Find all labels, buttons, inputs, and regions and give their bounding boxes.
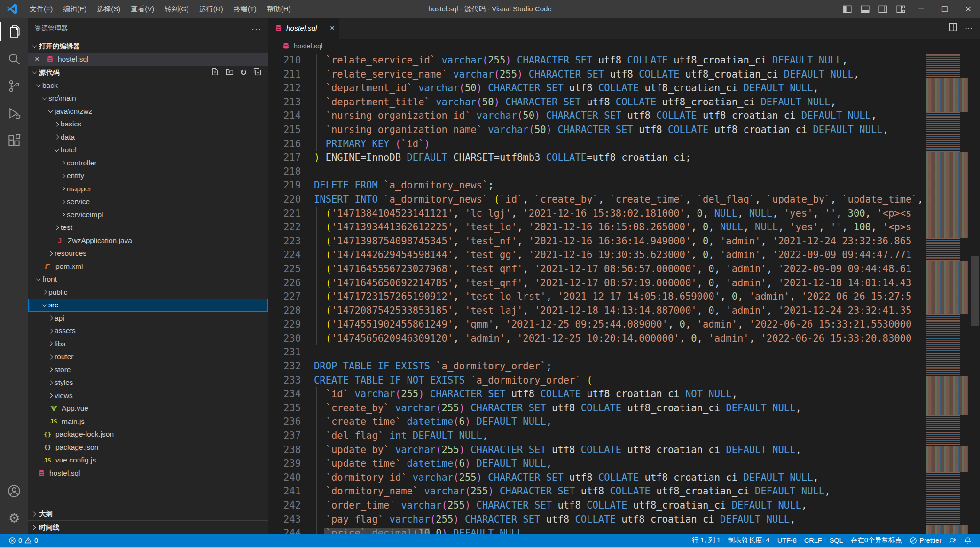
- code-line-211[interactable]: 211 `relate_service_name` varchar(255) C…: [268, 68, 926, 82]
- code-line-210[interactable]: 210 `relate_service_id` varchar(255) CHA…: [268, 54, 926, 68]
- menu-item-6[interactable]: 终端(T): [228, 0, 262, 18]
- code-editor[interactable]: 210 `relate_service_id` varchar(255) CHA…: [268, 54, 980, 534]
- tree-item-api[interactable]: api: [28, 312, 268, 325]
- menu-item-3[interactable]: 查看(V): [125, 0, 159, 18]
- code-line-237[interactable]: 237 `del_flag` int DEFAULT NULL,: [268, 429, 926, 443]
- code-line-223[interactable]: 223 ('1471398754098745345', 'test_nf', '…: [268, 235, 926, 249]
- maximize-button[interactable]: ☐: [933, 0, 956, 18]
- code-line-213[interactable]: 213 `department_title` varchar(50) CHARA…: [268, 95, 926, 110]
- source-section-header[interactable]: 源代码 ↻: [28, 66, 268, 79]
- tree-item-public[interactable]: public: [28, 286, 268, 299]
- open-editors-section[interactable]: 打开的编辑器: [28, 39, 268, 53]
- tree-item-pom-xml[interactable]: pom.xml: [28, 260, 268, 273]
- tree-item-main-js[interactable]: JSmain.js: [28, 415, 268, 428]
- code-line-227[interactable]: 227 ('1471723157265190912', 'test_lo_lrs…: [268, 290, 926, 304]
- tree-item-vue-config-js[interactable]: JSvue.config.js: [28, 454, 268, 467]
- editor-more-actions-icon[interactable]: ···: [965, 24, 972, 32]
- tree-item-data[interactable]: data: [28, 131, 268, 144]
- code-line-215[interactable]: 215 `nursing_organization_name` varchar(…: [268, 123, 926, 137]
- code-line-219[interactable]: 219DELETE FROM `a_dormitory_news`;: [268, 179, 926, 193]
- code-line-221[interactable]: 221 ('1471384104523141121', 'lc_lgj', '2…: [268, 207, 926, 221]
- account-icon[interactable]: [0, 478, 28, 505]
- menu-item-0[interactable]: 文件(F): [24, 0, 58, 18]
- minimize-button[interactable]: ─: [909, 0, 933, 18]
- status-feedback[interactable]: [945, 534, 960, 547]
- code-line-239[interactable]: 239 `update_time` datetime(6) DEFAULT NU…: [268, 457, 926, 471]
- toggle-panel-icon[interactable]: [856, 0, 874, 18]
- menu-item-5[interactable]: 运行(R): [194, 0, 228, 18]
- tree-item-package-json[interactable]: {}package.json: [28, 441, 268, 454]
- code-line-226[interactable]: 226 ('1471645650692214785', 'test_qnf', …: [268, 276, 926, 290]
- horizontal-scrollbar[interactable]: [324, 528, 430, 534]
- code-line-241[interactable]: 241 `dormitory_name` varchar(255) CHARAC…: [268, 485, 926, 499]
- tree-item-java-cn-zwz[interactable]: java\cn\zwz: [28, 105, 268, 118]
- code-line-218[interactable]: 218: [268, 165, 926, 179]
- search-icon[interactable]: [0, 45, 28, 72]
- code-line-212[interactable]: 212 `department_id` varchar(50) CHARACTE…: [268, 81, 926, 95]
- vertical-scrollbar[interactable]: [970, 54, 980, 534]
- code-line-236[interactable]: 236 `create_time` datetime(6) DEFAULT NU…: [268, 415, 926, 429]
- tree-item-resources[interactable]: resources: [28, 247, 268, 260]
- tree-item-controller[interactable]: controller: [28, 157, 268, 170]
- code-line-242[interactable]: 242 `order_time` varchar(255) CHARACTER …: [268, 499, 926, 513]
- minimap[interactable]: [926, 54, 970, 534]
- close-tab-icon[interactable]: ×: [330, 23, 335, 33]
- outline-section[interactable]: 大纲: [28, 507, 268, 520]
- tab-hostel-sql[interactable]: hostel.sql ×: [268, 18, 339, 39]
- code-line-232[interactable]: 232DROP TABLE IF EXISTS `a_dormitory_ord…: [268, 360, 926, 374]
- code-line-234[interactable]: 234 `id` varchar(255) CHARACTER SET utf8…: [268, 387, 926, 401]
- tree-item-assets[interactable]: assets: [28, 325, 268, 338]
- tree-item-zwzapplication-java[interactable]: JZwzApplication.java: [28, 234, 268, 247]
- status-prettier[interactable]: Prettier: [906, 534, 945, 547]
- sidebar-more-actions-icon[interactable]: ···: [251, 24, 261, 34]
- status-制表符长度-4[interactable]: 制表符长度: 4: [724, 534, 774, 547]
- extensions-icon[interactable]: [0, 127, 28, 154]
- tree-item-views[interactable]: views: [28, 389, 268, 402]
- tree-item-router[interactable]: router: [28, 351, 268, 364]
- collapse-all-icon[interactable]: [253, 68, 261, 77]
- scrollbar-slider[interactable]: [971, 256, 979, 326]
- tree-item-basics[interactable]: basics: [28, 118, 268, 131]
- tree-item-front[interactable]: front: [28, 273, 268, 286]
- tree-item-back[interactable]: back: [28, 79, 268, 92]
- tree-item-hotel[interactable]: hotel: [28, 144, 268, 157]
- tree-item-src-main[interactable]: src\main: [28, 92, 268, 105]
- status-bell[interactable]: [960, 534, 975, 547]
- breadcrumb[interactable]: hostel.sql: [268, 39, 980, 54]
- settings-icon[interactable]: ⚙: [0, 505, 28, 532]
- menu-item-1[interactable]: 编辑(E): [58, 0, 92, 18]
- tree-item-app-vue[interactable]: App.vue: [28, 402, 268, 415]
- menu-item-7[interactable]: 帮助(H): [262, 0, 296, 18]
- tree-item-mapper[interactable]: mapper: [28, 182, 268, 196]
- explorer-icon[interactable]: [0, 18, 28, 45]
- tree-item-hostel-sql[interactable]: hostel.sql: [28, 467, 268, 480]
- code-line-224[interactable]: 224 ('1471442629454598144', 'test_gg', '…: [268, 248, 926, 262]
- code-line-243[interactable]: 243 `pay_flag` varchar(255) CHARACTER SE…: [268, 513, 926, 527]
- status-存在0个异常标点[interactable]: 存在0个异常标点: [847, 534, 906, 547]
- tree-item-package-lock-json[interactable]: {}package-lock.json: [28, 428, 268, 441]
- code-line-217[interactable]: 217) ENGINE=InnoDB DEFAULT CHARSET=utf8m…: [268, 151, 926, 165]
- run-debug-icon[interactable]: [0, 100, 28, 127]
- tree-item-serviceimpl[interactable]: serviceimpl: [28, 208, 268, 221]
- tree-item-service[interactable]: service: [28, 196, 268, 209]
- status-crlf[interactable]: CRLF: [800, 534, 826, 547]
- status-行-1-列-1[interactable]: 行 1, 列 1: [688, 534, 724, 547]
- close-editor-icon[interactable]: ×: [35, 55, 45, 64]
- code-line-229[interactable]: 229 ('1474551902455861249', 'qmm', '2021…: [268, 318, 926, 332]
- status-sql[interactable]: SQL: [826, 534, 847, 547]
- tree-item-test[interactable]: test: [28, 221, 268, 235]
- menu-item-4[interactable]: 转到(G): [159, 0, 194, 18]
- tree-item-libs[interactable]: libs: [28, 337, 268, 351]
- status-utf-8[interactable]: UTF-8: [774, 534, 800, 547]
- menu-item-2[interactable]: 选择(S): [92, 0, 125, 18]
- split-editor-icon[interactable]: [949, 23, 957, 33]
- code-line-216[interactable]: 216 PRIMARY KEY (`id`): [268, 137, 926, 151]
- tree-item-src[interactable]: src: [28, 299, 268, 312]
- new-folder-icon[interactable]: [226, 68, 234, 77]
- close-button[interactable]: ✕: [956, 0, 980, 18]
- tree-item-entity[interactable]: entity: [28, 170, 268, 183]
- open-editor-hostel-sql[interactable]: × hostel.sql: [28, 53, 268, 66]
- toggle-sidebar-icon[interactable]: [838, 0, 856, 18]
- source-control-icon[interactable]: [0, 72, 28, 100]
- code-line-238[interactable]: 238 `update_by` varchar(255) CHARACTER S…: [268, 443, 926, 457]
